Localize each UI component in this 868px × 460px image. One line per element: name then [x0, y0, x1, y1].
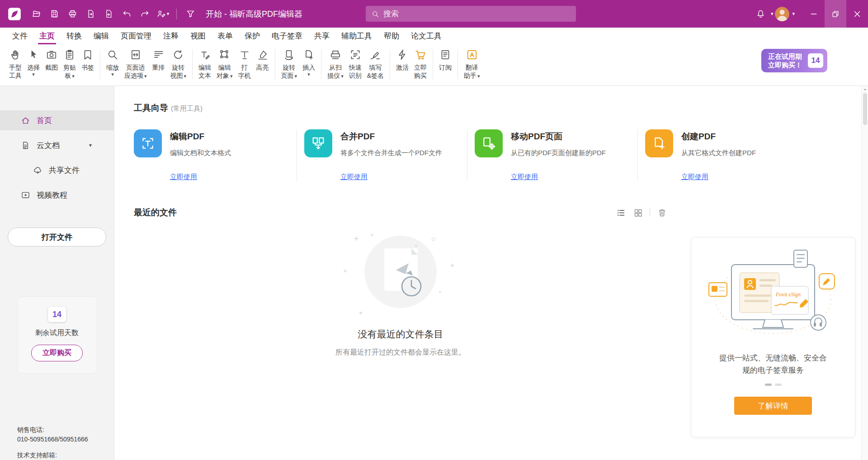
tool-label: 重排: [152, 63, 165, 71]
translate-tool-button[interactable]: 翻译助手▾: [461, 47, 483, 80]
cursor-tool-button[interactable]: 选择▾: [24, 47, 42, 77]
esign-button[interactable]: ▾: [155, 6, 171, 22]
menu-帮助[interactable]: 帮助: [378, 28, 405, 44]
menu-编辑[interactable]: 编辑: [88, 28, 115, 44]
plus-decoration: +: [450, 262, 454, 269]
use-now-link[interactable]: 立即使用: [681, 173, 801, 181]
tool-label: 缩放▾: [106, 63, 119, 77]
buy-now-button[interactable]: 立即购买: [31, 345, 83, 361]
search-input[interactable]: [383, 9, 571, 19]
menu-论文工具[interactable]: 论文工具: [405, 28, 448, 44]
sidebar-item-label: 视频教程: [37, 190, 67, 200]
edit-object-tool-button[interactable]: 编辑对象▾: [214, 47, 236, 80]
redo-button[interactable]: [137, 6, 153, 22]
sidebar-item-label: 首页: [37, 115, 52, 126]
export-file-button[interactable]: [82, 6, 99, 22]
account-caret-icon[interactable]: ▾: [792, 11, 795, 17]
menu-电子签章[interactable]: 电子签章: [266, 28, 308, 44]
undo-button[interactable]: [118, 6, 135, 22]
menu-主页[interactable]: 主页: [33, 28, 61, 44]
bookmark-tool-button[interactable]: 书签: [79, 47, 97, 71]
fit-page-tool-button[interactable]: 页面适应选项▾: [122, 47, 150, 80]
close-button[interactable]: [846, 0, 868, 28]
create-file-button[interactable]: [100, 6, 117, 22]
carousel-dots[interactable]: [765, 384, 782, 386]
activate-tool-button[interactable]: 激活: [393, 47, 411, 71]
save-button[interactable]: [46, 6, 62, 22]
highlight-tool-button[interactable]: 高亮: [254, 47, 272, 71]
main-content: 工具向导 (常用工具) 编辑PDF编辑文档和文本格式立即使用合并PDF将多个文件…: [114, 86, 868, 460]
card-title: 编辑PDF: [170, 131, 231, 142]
clear-recent-button[interactable]: [656, 207, 667, 218]
trial-badge[interactable]: 正在试用期 立即购买！ 14: [761, 49, 827, 72]
titlebar: ▾ 开始 - 福昕高级PDF编辑器 ▾ ▾: [0, 0, 868, 28]
insert-tool-button[interactable]: 插入▾: [300, 47, 318, 77]
minimize-button[interactable]: [803, 0, 825, 28]
open-file-button[interactable]: 打开文件: [8, 228, 106, 247]
grid-view-button[interactable]: [632, 207, 643, 218]
reflow-tool-button[interactable]: 重排: [150, 47, 168, 71]
notifications-caret-icon[interactable]: ▾: [771, 11, 774, 17]
tool-label: 翻译助手▾: [464, 63, 480, 80]
clipboard-tool-button[interactable]: 剪贴板▾: [61, 47, 79, 80]
scrollbar-thumb[interactable]: [863, 93, 867, 125]
carousel-dot[interactable]: [775, 384, 782, 386]
open-folder-button[interactable]: [28, 6, 44, 22]
notifications-button[interactable]: [753, 6, 769, 22]
menu-注释[interactable]: 注释: [157, 28, 184, 44]
sidebar-item-video[interactable]: 视频教程: [0, 185, 114, 205]
menu-页面管理[interactable]: 页面管理: [115, 28, 157, 44]
hand-tool-button[interactable]: 手型工具: [6, 47, 24, 80]
undo-icon: [122, 9, 132, 19]
esign-icon: [156, 9, 166, 19]
menu-共享[interactable]: 共享: [308, 28, 335, 44]
use-now-link[interactable]: 立即使用: [170, 173, 289, 181]
menu-文件[interactable]: 文件: [6, 28, 33, 44]
learn-more-button[interactable]: 了解详情: [734, 397, 812, 415]
use-now-link[interactable]: 立即使用: [340, 173, 460, 181]
list-view-button[interactable]: [615, 207, 626, 218]
cart-icon: [415, 47, 426, 62]
cart-tool-button[interactable]: 立即购买: [411, 47, 429, 80]
trial-days-left: 14: [808, 53, 823, 68]
sidebar-item-home[interactable]: 首页: [0, 110, 114, 130]
tools-guide-subtitle: (常用工具): [171, 104, 203, 113]
rotate-page-tool-button[interactable]: 旋转页面▾: [278, 47, 300, 80]
search-bar[interactable]: [366, 6, 576, 22]
merge-pdf-card-icon: [304, 129, 332, 157]
fill-sign-tool-button[interactable]: 填写&签名: [364, 47, 387, 80]
filter-button[interactable]: [182, 6, 198, 22]
scanner-tool-button[interactable]: 从扫描仪▾: [325, 47, 346, 80]
menu-表单[interactable]: 表单: [212, 28, 239, 44]
typewriter-tool-button[interactable]: 打字机: [236, 47, 254, 80]
menu-保护[interactable]: 保护: [239, 28, 266, 44]
print-button[interactable]: [64, 6, 80, 22]
menu-转换[interactable]: 转换: [61, 28, 88, 44]
sidebar-item-cloud-doc[interactable]: 云文档▾: [0, 135, 114, 155]
redo-icon: [140, 9, 150, 19]
use-now-link[interactable]: 立即使用: [511, 173, 630, 181]
zoom-tool-button[interactable]: 缩放▾: [104, 47, 122, 77]
sales-phone-number: 010-50951668/50951666: [17, 435, 89, 444]
carousel-dot-active[interactable]: [765, 384, 772, 386]
menu-视图[interactable]: 视图: [184, 28, 212, 44]
rotate-view-tool-button[interactable]: 旋转视图▾: [168, 47, 189, 80]
home-icon: [21, 116, 30, 125]
tool-label: 截图: [45, 63, 58, 71]
edit-text-tool-button[interactable]: 编辑文本: [196, 47, 214, 80]
tools-guide-title: 工具向导 (常用工具): [134, 102, 868, 114]
scroll-up-icon[interactable]: [863, 87, 868, 92]
open-folder-icon: [32, 9, 41, 19]
sidebar-item-shared-cloud[interactable]: 共享文件: [0, 160, 114, 180]
move-pdf-card-icon: [475, 129, 503, 157]
subscribe-tool-button[interactable]: 订阅: [436, 47, 454, 71]
vertical-scrollbar[interactable]: [861, 86, 868, 460]
tool-label: 选择▾: [27, 63, 40, 77]
snapshot-tool-button[interactable]: 截图: [42, 47, 61, 71]
ocr-tool-button[interactable]: 快速识别: [346, 47, 364, 80]
restore-button[interactable]: [825, 0, 846, 28]
user-avatar[interactable]: [775, 7, 789, 21]
menu-辅助工具[interactable]: 辅助工具: [335, 28, 378, 44]
tool-label: 打字机: [238, 63, 251, 80]
window-title: 开始 - 福昕高级PDF编辑器: [206, 9, 302, 19]
